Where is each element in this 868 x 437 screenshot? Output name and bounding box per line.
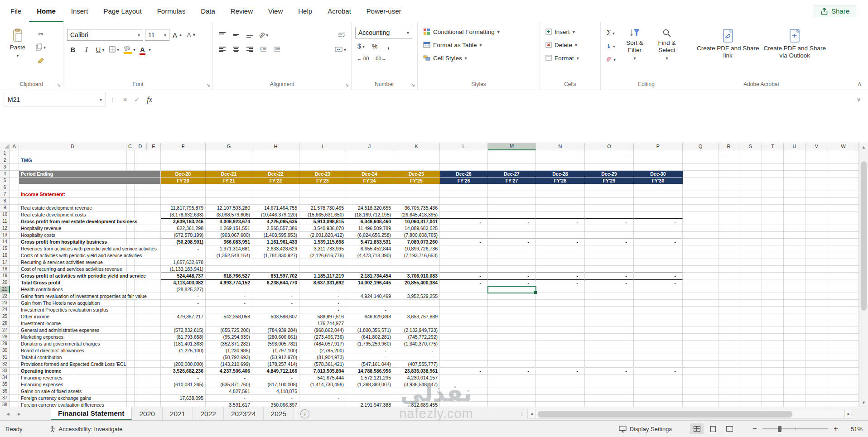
cell-N1[interactable] [536,150,585,157]
cell-V33[interactable] [805,368,828,375]
cell-Q6[interactable] [683,184,719,191]
cell-I9[interactable]: 21,578,730,465 [299,205,346,211]
sheet-nav-right-icon[interactable]: ► [17,411,22,417]
cell-T22[interactable] [762,293,784,300]
cell-P30[interactable] [634,347,683,354]
find-select-button[interactable]: Find & Select ▾ [652,26,681,79]
cell-V29[interactable] [805,341,828,347]
cell-I13[interactable]: (2,001,820,412) [299,232,346,239]
cell-G6[interactable] [206,184,252,191]
cell-M35[interactable] [488,381,536,388]
cell-F15[interactable]: - [161,245,206,252]
cell-U1[interactable] [784,150,805,157]
cell-G7[interactable] [206,191,252,198]
row-header-2[interactable]: 2 [0,157,10,164]
cell-K15[interactable]: 10,899,726,736 [393,245,440,252]
cell-F28[interactable]: (81,793,658) [161,334,206,341]
cell-N30[interactable] [536,347,585,354]
cell-S22[interactable] [739,293,762,300]
cell-M14[interactable]: - [488,239,536,245]
cell-W20[interactable] [828,279,859,286]
cell-H5[interactable]: FY'22 [252,178,299,184]
cell-O24[interactable] [585,307,634,313]
cell-K22[interactable]: 3,952,529,255 [393,293,440,300]
cell-A35[interactable] [10,381,19,388]
cell-B6[interactable] [19,184,161,191]
cell-I18[interactable] [299,266,346,273]
cell-N3[interactable] [536,164,585,171]
cell-U25[interactable] [784,313,805,320]
row-header-22[interactable]: 22 [0,293,10,300]
cell-N23[interactable] [536,300,585,307]
cell-W32[interactable] [828,361,859,368]
cell-T3[interactable] [762,164,784,171]
cell-S14[interactable] [739,239,762,245]
bold-button[interactable]: B [67,44,79,55]
cell-Q5[interactable] [683,178,719,184]
cell-R11[interactable] [719,218,739,225]
cell-F32[interactable]: (200,000,000) [161,361,206,368]
cell-F31[interactable]: - [161,354,206,361]
cell-M4[interactable]: Dec-27 [488,171,536,178]
cell-U36[interactable] [784,388,805,395]
cell-R33[interactable] [719,368,739,375]
cell-T13[interactable] [762,232,784,239]
row-header-7[interactable]: 7 [0,191,10,198]
cell-G17[interactable] [206,259,252,266]
delete-cells-button[interactable]: Delete▾ [544,39,597,51]
cell-Q2[interactable] [683,157,719,164]
cell-R23[interactable] [719,300,739,307]
horizontal-scroll-thumb[interactable] [538,411,792,418]
row-header-36[interactable]: 36 [0,388,10,395]
cell-N20[interactable]: - [536,279,585,286]
ribbon-tab-review[interactable]: Review [223,0,260,22]
cell-I36[interactable]: - [299,388,346,395]
cell-O16[interactable] [585,252,634,259]
zoom-slider[interactable] [762,428,828,429]
cell-G1[interactable] [206,150,252,157]
cell-U22[interactable] [784,293,805,300]
cell-H21[interactable]: - [252,286,299,293]
cut-button[interactable]: ✂ [34,29,47,39]
cell-U18[interactable] [784,266,805,273]
cell-O6[interactable] [585,184,634,191]
align-center-button[interactable] [230,44,242,55]
cell-P35[interactable] [634,381,683,388]
scroll-right-icon[interactable]: ► [844,409,853,419]
cell-V12[interactable] [805,225,828,232]
cell-A3[interactable] [10,164,19,171]
cell-Q7[interactable] [683,191,719,198]
cell-S32[interactable] [739,361,762,368]
align-left-button[interactable] [217,44,228,55]
cell-Q16[interactable] [683,252,719,259]
cell-A18[interactable] [10,266,19,273]
decrease-decimal-button[interactable]: .00→ [372,53,388,64]
cell-B28[interactable]: Marketing expenses [19,334,161,341]
cell-R25[interactable] [719,313,739,320]
row-header-35[interactable]: 35 [0,381,10,388]
cell-R18[interactable] [719,266,739,273]
cell-L8[interactable] [440,198,488,205]
cell-N28[interactable] [536,334,585,341]
cell-S35[interactable] [739,381,762,388]
cell-A16[interactable] [10,252,19,259]
cell-K8[interactable] [393,198,440,205]
align-top-button[interactable] [217,29,228,40]
cell-S9[interactable] [739,205,762,211]
cell-H29[interactable]: (593,005,782) [252,341,299,347]
cell-V34[interactable] [805,375,828,381]
ribbon-tab-formulas[interactable]: Formulas [149,0,193,22]
cell-Q31[interactable] [683,354,719,361]
cell-M22[interactable] [488,293,536,300]
cell-G31[interactable]: (50,792,693) [206,354,252,361]
cell-H37[interactable]: - [252,395,299,402]
cell-O26[interactable] [585,320,634,327]
cell-W21[interactable] [828,286,859,293]
cell-N22[interactable] [536,293,585,300]
cell-A27[interactable] [10,327,19,334]
conditional-formatting-button[interactable]: Conditional Formatting▾ [421,26,536,38]
cell-B33[interactable]: Operating income [19,368,161,375]
cell-P19[interactable]: - [634,273,683,279]
cell-U15[interactable] [784,245,805,252]
cell-B9[interactable]: Real estate development revenue [19,205,161,211]
